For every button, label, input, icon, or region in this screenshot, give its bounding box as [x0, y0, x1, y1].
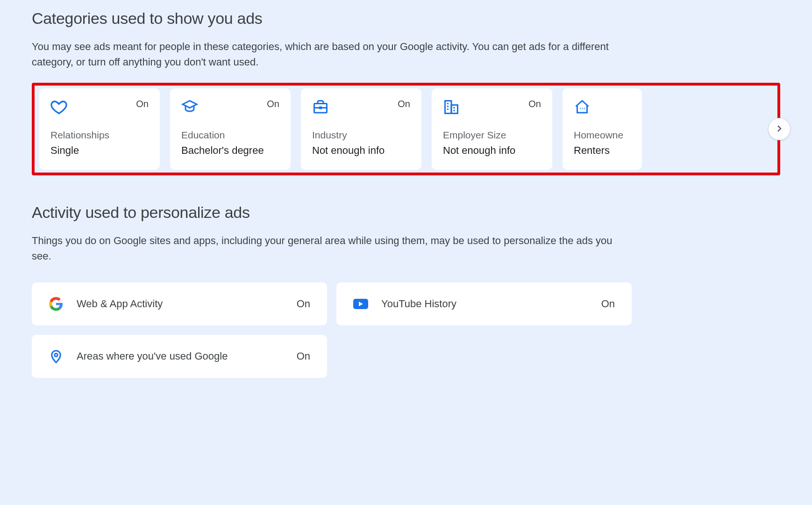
activity-status: On	[601, 298, 615, 310]
status-label: On	[528, 99, 541, 109]
categories-section: Categories used to show you ads You may …	[32, 9, 780, 175]
activity-card-areas[interactable]: Areas where you've used Google On	[32, 335, 327, 378]
status-label: On	[136, 99, 149, 109]
category-card-homeownership[interactable]: Homeowne Renters	[563, 88, 642, 170]
card-top	[574, 99, 631, 115]
card-category-value: Not enough info	[312, 144, 410, 157]
category-card-employer-size[interactable]: On Employer Size Not enough info	[432, 88, 552, 170]
card-top: On	[181, 99, 279, 115]
card-category-value: Renters	[574, 144, 631, 157]
youtube-icon	[353, 296, 368, 311]
activity-description: Things you do on Google sites and apps, …	[32, 233, 630, 264]
scroll-right-button[interactable]	[768, 118, 791, 140]
svg-rect-1	[319, 107, 322, 109]
briefcase-icon	[312, 99, 329, 115]
category-card-industry[interactable]: On Industry Not enough info	[301, 88, 421, 170]
house-icon	[574, 99, 591, 115]
card-category-label: Education	[181, 130, 279, 141]
activity-section: Activity used to personalize ads Things …	[32, 203, 780, 378]
categories-cards-row: On Relationships Single On Education Bac…	[39, 88, 777, 170]
status-label: On	[267, 99, 279, 109]
card-category-label: Industry	[312, 130, 410, 141]
categories-description: You may see ads meant for people in thes…	[32, 39, 630, 70]
activity-card-web-app[interactable]: Web & App Activity On	[32, 282, 327, 325]
categories-title: Categories used to show you ads	[32, 9, 780, 28]
category-card-education[interactable]: On Education Bachelor's degree	[170, 88, 291, 170]
activity-status: On	[297, 298, 310, 310]
graduation-icon	[181, 99, 198, 115]
card-category-value: Bachelor's degree	[181, 144, 279, 157]
activity-grid: Web & App Activity On YouTube History On…	[32, 282, 780, 378]
card-category-label: Homeowne	[574, 130, 631, 141]
google-icon	[49, 296, 64, 311]
svg-point-5	[55, 354, 58, 357]
activity-label: Areas where you've used Google	[77, 350, 297, 362]
card-category-label: Employer Size	[443, 130, 541, 141]
card-top: On	[312, 99, 410, 115]
category-card-relationships[interactable]: On Relationships Single	[39, 88, 160, 170]
chevron-right-icon	[774, 123, 785, 136]
card-category-label: Relationships	[50, 130, 149, 141]
activity-title: Activity used to personalize ads	[32, 203, 780, 222]
activity-status: On	[297, 350, 310, 362]
activity-label: YouTube History	[381, 298, 601, 310]
card-category-value: Single	[50, 144, 149, 157]
status-label: On	[398, 99, 410, 109]
activity-label: Web & App Activity	[77, 298, 297, 310]
location-icon	[49, 349, 64, 364]
buildings-icon	[443, 99, 460, 115]
card-top: On	[443, 99, 541, 115]
svg-rect-3	[451, 105, 458, 114]
card-category-value: Not enough info	[443, 144, 541, 157]
card-top: On	[50, 99, 149, 115]
activity-card-youtube[interactable]: YouTube History On	[336, 282, 632, 325]
categories-highlight-box: On Relationships Single On Education Bac…	[32, 83, 780, 175]
heart-icon	[50, 99, 67, 115]
